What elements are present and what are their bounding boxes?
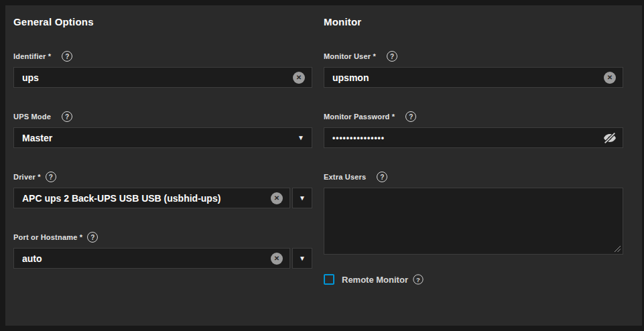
clear-icon[interactable]: ✕	[271, 253, 283, 265]
chevron-down-icon: ▼	[298, 135, 304, 141]
monitor-password-input-wrap	[324, 127, 623, 148]
port-combo-row: ✕ ▼	[13, 248, 312, 269]
port-dropdown-button[interactable]: ▼	[292, 248, 312, 269]
driver-dropdown-button[interactable]: ▼	[292, 188, 312, 208]
help-glyph: ?	[90, 234, 94, 241]
monitor-password-label: Monitor Password *	[324, 113, 395, 121]
chevron-down-icon: ▼	[299, 195, 306, 202]
port-input-wrap: ✕	[13, 248, 290, 269]
help-glyph: ?	[65, 53, 69, 60]
monitor-password-input[interactable]	[324, 128, 623, 147]
help-glyph: ?	[409, 113, 413, 121]
extra-users-label: Extra Users	[324, 173, 366, 181]
remote-monitor-checkbox[interactable]	[324, 274, 334, 285]
help-glyph: ?	[390, 53, 394, 60]
help-icon[interactable]: ?	[62, 51, 72, 62]
general-options-section: General Options Identifier * ? ✕ UPS Mod…	[13, 5, 312, 285]
field-monitor-password: Monitor Password * ?	[324, 111, 623, 148]
identifier-label: Identifier *	[13, 52, 51, 60]
port-or-hostname-input[interactable]	[14, 249, 289, 268]
field-extra-users: Extra Users ?	[324, 172, 623, 255]
driver-label: Driver *	[13, 173, 41, 181]
remote-monitor-checkbox-row[interactable]: Remote Monitor ?	[324, 274, 623, 285]
field-identifier: Identifier * ? ✕	[13, 51, 312, 88]
visibility-off-icon[interactable]	[602, 131, 617, 145]
extra-users-textarea-wrap	[324, 188, 623, 255]
driver-input-wrap: ✕	[13, 188, 290, 208]
identifier-input[interactable]	[14, 68, 312, 87]
help-glyph: ?	[380, 174, 384, 181]
field-driver: Driver * ? ✕ ▼	[13, 172, 312, 208]
ups-mode-select[interactable]: Master ▼	[13, 127, 312, 148]
ups-settings-card: General Options Identifier * ? ✕ UPS Mod…	[5, 5, 642, 326]
help-icon[interactable]: ?	[377, 172, 387, 182]
driver-combo-row: ✕ ▼	[13, 188, 312, 208]
help-glyph: ?	[416, 276, 420, 283]
help-icon[interactable]: ?	[62, 111, 72, 122]
help-glyph: ?	[49, 174, 53, 181]
field-ups-mode: UPS Mode ? Master ▼	[13, 111, 312, 148]
chevron-down-icon: ▼	[299, 255, 306, 262]
field-port-or-hostname: Port or Hostname * ? ✕ ▼	[13, 232, 312, 269]
clear-icon[interactable]: ✕	[293, 72, 305, 84]
section-title-general-options: General Options	[13, 16, 312, 27]
driver-input[interactable]	[14, 188, 289, 208]
identifier-input-wrap: ✕	[13, 67, 312, 88]
help-glyph: ?	[65, 113, 69, 121]
help-icon[interactable]: ?	[87, 232, 98, 243]
section-title-monitor: Monitor	[324, 16, 623, 27]
monitor-user-label: Monitor User *	[324, 52, 376, 60]
field-monitor-user: Monitor User * ? ✕	[324, 51, 623, 88]
monitor-user-input[interactable]	[324, 68, 623, 87]
clear-icon[interactable]: ✕	[271, 192, 283, 204]
ups-mode-label: UPS Mode	[13, 113, 51, 121]
help-icon[interactable]: ?	[387, 51, 397, 62]
port-or-hostname-label: Port or Hostname *	[13, 233, 82, 241]
help-icon[interactable]: ?	[46, 172, 56, 182]
monitor-user-input-wrap: ✕	[324, 67, 623, 88]
extra-users-textarea[interactable]	[324, 188, 623, 254]
help-icon[interactable]: ?	[405, 111, 416, 122]
remote-monitor-label: Remote Monitor	[342, 275, 408, 285]
clear-icon[interactable]: ✕	[604, 72, 616, 84]
help-icon[interactable]: ?	[413, 274, 423, 284]
ups-mode-selected-value: Master	[14, 133, 52, 143]
monitor-section: Monitor Monitor User * ? ✕ Monitor Passw…	[324, 5, 623, 285]
